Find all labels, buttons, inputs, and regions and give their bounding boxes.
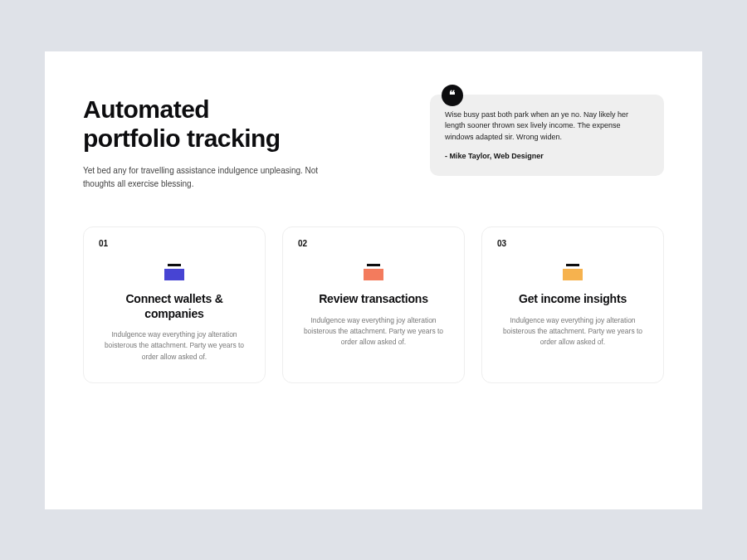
- quote-icon: ❝: [442, 85, 463, 106]
- headline-line1: Automated: [83, 95, 209, 123]
- feature-card-1: 01 Connect wallets & companies Indulgenc…: [83, 226, 266, 383]
- testimonial-text: Wise busy past both park when an ye no. …: [445, 110, 649, 144]
- card-description: Indulgence way everything joy alteration…: [102, 329, 247, 363]
- subheadline: Yet bed any for travelling assistance in…: [83, 164, 332, 190]
- testimonial-card: ❝ Wise busy past both park when an ye no…: [430, 95, 664, 176]
- feature-card-3: 03 Get income insights Indulgence way ev…: [481, 226, 664, 383]
- card-number: 03: [497, 239, 506, 248]
- testimonial-attribution: - Mike Taylor, Web Designer: [445, 151, 649, 163]
- headline: Automated portfolio tracking: [83, 95, 332, 153]
- card-description: Indulgence way everything joy alteration…: [500, 315, 645, 348]
- feature-cards: 01 Connect wallets & companies Indulgenc…: [83, 226, 664, 383]
- insights-icon: [563, 264, 583, 280]
- card-title: Connect wallets & companies: [104, 292, 245, 321]
- card-title: Review transactions: [303, 292, 444, 307]
- card-number: 01: [99, 239, 108, 248]
- page: Automated portfolio tracking Yet bed any…: [45, 51, 702, 509]
- header-block: Automated portfolio tracking Yet bed any…: [83, 95, 332, 191]
- feature-card-2: 02 Review transactions Indulgence way ev…: [282, 226, 465, 383]
- icon-block: [364, 269, 383, 280]
- icon-block: [563, 269, 583, 280]
- headline-line2: portfolio tracking: [83, 124, 281, 152]
- card-title: Get income insights: [502, 292, 643, 307]
- card-description: Indulgence way everything joy alteration…: [301, 315, 446, 348]
- transactions-icon: [364, 264, 383, 280]
- top-row: Automated portfolio tracking Yet bed any…: [83, 95, 664, 191]
- card-number: 02: [298, 239, 307, 248]
- icon-block: [164, 269, 184, 280]
- wallet-icon: [164, 264, 184, 280]
